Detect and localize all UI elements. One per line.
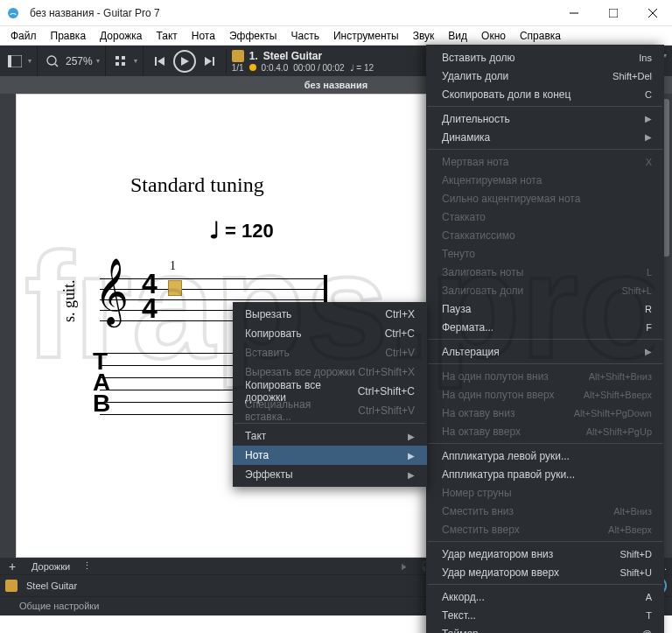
ctx-copy[interactable]: КопироватьCtrl+C [233, 324, 427, 343]
submenu-separator [428, 541, 662, 542]
ctx-separator [234, 423, 425, 424]
header-tracks: Дорожки [32, 561, 70, 572]
ctx-bar[interactable]: Такт▶ [233, 426, 427, 446]
submenu-item[interactable]: Аппликатура левой руки... [426, 447, 664, 465]
mute-icon[interactable]: 🕨 [399, 561, 409, 572]
context-menu: ВырезатьCtrl+X КопироватьCtrl+C Вставить… [233, 302, 427, 487]
tab-label: T A B [93, 351, 110, 414]
svg-rect-2 [609, 9, 618, 18]
edit-cursor[interactable] [168, 280, 182, 296]
submenu-item[interactable]: Длительность▶ [426, 109, 664, 128]
layout-icon[interactable] [5, 52, 24, 71]
tuning-label: Standard tuning [130, 173, 264, 197]
submenu-separator [428, 584, 662, 585]
submenu-separator [428, 149, 662, 150]
submenu-separator [428, 106, 662, 107]
header-menu-icon[interactable]: ⋮ [82, 560, 92, 572]
svg-rect-11 [116, 62, 119, 66]
menu-effects[interactable]: Эффекты [222, 26, 284, 46]
minimize-button[interactable] [554, 0, 593, 26]
track-number: 1. [249, 50, 258, 62]
treble-clef-icon: 𝄞 [94, 263, 129, 320]
add-track-button[interactable]: + [5, 559, 19, 573]
grid-icon[interactable] [111, 52, 130, 71]
submenu-item: Залиговать нотыL [426, 263, 664, 281]
ctx-cut[interactable]: ВырезатьCtrl+X [233, 305, 427, 324]
submenu-item[interactable]: Удалить долиShift+Del [426, 67, 664, 85]
prev-button[interactable] [150, 52, 170, 71]
menu-tools[interactable]: Инструменты [326, 26, 406, 46]
record-indicator-icon [249, 64, 256, 71]
submenu-item[interactable]: ПаузаR [426, 299, 664, 318]
submenu-item[interactable]: Таймер@ [426, 624, 664, 633]
submenu-item: Тенуто [426, 244, 664, 263]
tempo-value: = 120 [225, 220, 274, 243]
svg-rect-13 [155, 57, 157, 66]
submenu-item[interactable]: Вставить долюIns [426, 48, 664, 67]
zoom-caret-icon[interactable]: ▾ [96, 57, 100, 65]
submenu-item: Сместить внизAlt+Вниз [426, 502, 664, 520]
window-title: без названия - Guitar Pro 7 [26, 7, 554, 19]
track-name[interactable]: Steel Guitar [263, 50, 322, 62]
menu-track[interactable]: Дорожка [93, 26, 149, 46]
menu-file[interactable]: Файл [4, 26, 44, 46]
play-button[interactable] [173, 50, 196, 73]
ctx-note[interactable]: Нота▶ [233, 446, 427, 465]
submenu-item[interactable]: Удар медиатором вверхShift+U [426, 563, 664, 581]
grid-caret-icon[interactable]: ▾ [134, 57, 137, 65]
menu-sound[interactable]: Звук [406, 26, 442, 46]
svg-marker-14 [158, 57, 164, 66]
submenu-item: На октаву вверхAlt+Shift+PgUp [426, 422, 664, 440]
submenu-item: Мертвая нотаX [426, 152, 664, 171]
submenu-item: Стаккато [426, 207, 664, 226]
submenu-item[interactable]: Текст...T [426, 606, 664, 624]
row-track-name[interactable]: Steel Guitar [26, 580, 77, 591]
submenu-item[interactable]: Аппликатура правой руки... [426, 465, 664, 483]
menu-bar[interactable]: Такт [149, 26, 184, 46]
submenu-separator [428, 339, 662, 340]
menu-window[interactable]: Окно [474, 26, 513, 46]
app-icon [0, 6, 26, 20]
svg-line-8 [55, 64, 58, 67]
submenu-item[interactable]: Альтерация▶ [426, 342, 664, 361]
layout-caret-icon[interactable]: ▾ [28, 57, 32, 65]
menu-section[interactable]: Часть [284, 26, 326, 46]
submenu-item: Залиговать долиShift+L [426, 281, 664, 299]
svg-rect-10 [122, 56, 125, 60]
submenu-item: На один полутон вверхAlt+Shift+Вверх [426, 385, 664, 404]
svg-marker-17 [205, 57, 212, 66]
row-instrument-icon [5, 580, 18, 592]
next-button[interactable] [200, 52, 219, 71]
time-signature: 4 4 [142, 271, 158, 320]
ctx-paste: ВставитьCtrl+V [233, 343, 427, 362]
timesig-bot: 4 [142, 296, 158, 320]
zoom-icon[interactable] [43, 52, 62, 71]
submenu-separator [428, 363, 662, 364]
submenu-item[interactable]: Аккорд...A [426, 587, 664, 606]
svg-rect-9 [116, 56, 119, 60]
menu-view[interactable]: Вид [441, 26, 474, 46]
menu-note[interactable]: Нота [185, 26, 222, 46]
maximize-button[interactable] [593, 0, 633, 26]
quarter-note-icon: ♩ [209, 217, 220, 244]
tempo-readout: ♩ = 12 [350, 63, 374, 73]
ctx-effects[interactable]: Эффекты▶ [233, 465, 427, 484]
submenu-item[interactable]: Фермата...F [426, 318, 664, 336]
menu-edit[interactable]: Правка [44, 26, 94, 46]
menu-help[interactable]: Справка [513, 26, 568, 46]
instrument-label: s. guit. [60, 279, 79, 322]
svg-rect-12 [122, 62, 125, 66]
main-menubar: Файл Правка Дорожка Такт Нота Эффекты Ча… [0, 26, 672, 46]
submenu-item: Сместить вверхAlt+Вверх [426, 520, 664, 538]
ctx-paste-special: Специальная вставка...Ctrl+Shift+V [233, 401, 427, 420]
submenu-separator [428, 443, 662, 444]
close-button[interactable] [633, 0, 672, 26]
svg-marker-15 [181, 57, 189, 66]
track-instrument-icon [232, 50, 244, 62]
svg-rect-16 [213, 57, 214, 66]
zoom-value[interactable]: 257% [66, 55, 93, 67]
position: 0:0.4.0 [262, 63, 289, 73]
submenu-item[interactable]: Удар медиатором внизShift+D [426, 545, 664, 563]
submenu-item[interactable]: Динамика▶ [426, 128, 664, 146]
submenu-item[interactable]: Скопировать доли в конецC [426, 85, 664, 103]
